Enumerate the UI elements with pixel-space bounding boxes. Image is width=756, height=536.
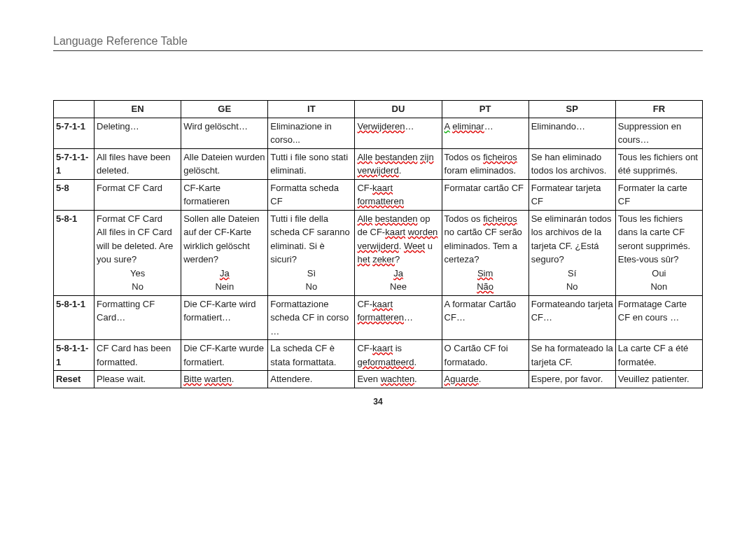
cell-en: Format CF CardAll files in CF Card will …	[94, 210, 181, 295]
cell-sp: Se ha formateado la tarjeta CF.	[528, 340, 615, 371]
col-header-en: EN	[94, 101, 181, 118]
cell-ge: Die CF-Karte wurde formatiert.	[181, 340, 268, 371]
cell-sp: Espere, por favor.	[528, 371, 615, 388]
cell-fr: Veuillez patienter.	[615, 371, 702, 388]
cell-ge: Wird gelöscht…	[181, 118, 268, 148]
language-reference-table: EN GE IT DU PT SP FR 5-7-1-1Deleting…Wir…	[53, 100, 703, 388]
cell-du: CF-kaart formatteren	[355, 179, 442, 210]
table-row: ResetPlease wait.Bitte warten.Attendere.…	[54, 371, 703, 388]
col-header-id	[54, 101, 94, 118]
cell-du: CF-kaart is geformatteerd.	[355, 340, 442, 371]
row-id-cell: 5-8	[54, 179, 94, 210]
table-row: 5-7-1-1-1All files have been deleted.All…	[54, 148, 703, 179]
cell-pt: Aguarde.	[442, 371, 528, 388]
cell-pt: A formatar Cartão CF…	[442, 295, 528, 340]
col-header-du: DU	[355, 101, 442, 118]
col-header-sp: SP	[528, 101, 615, 118]
table-row: 5-7-1-1Deleting…Wird gelöscht…Eliminazio…	[54, 118, 703, 148]
cell-fr: Suppression en cours…	[615, 118, 702, 148]
cell-it: Tutti i file della scheda CF saranno eli…	[268, 210, 355, 295]
cell-it: Tutti i file sono stati eliminati.	[268, 148, 355, 179]
cell-du: Alle bestanden zijn verwijderd.	[355, 148, 442, 179]
cell-en: Deleting…	[94, 118, 181, 148]
page-number-value: 34	[373, 397, 382, 407]
row-id-cell: 5-7-1-1	[54, 118, 94, 148]
cell-fr: La carte CF a été formatée.	[615, 340, 702, 371]
col-header-ge: GE	[181, 101, 268, 118]
col-header-it: IT	[268, 101, 355, 118]
row-id-cell: 5-8-1	[54, 210, 94, 295]
table-row: 5-8-1-1Formatting CF Card…Die CF-Karte w…	[54, 295, 703, 340]
cell-pt: Todos os ficheiros foram eliminados.	[442, 148, 528, 179]
cell-du: CF-kaart formatteren…	[355, 295, 442, 340]
table-row: 5-8Format CF CardCF-Karte formatierenFor…	[54, 179, 703, 210]
cell-pt: A eliminar…	[442, 118, 528, 148]
cell-it: La scheda CF è stata formattata.	[268, 340, 355, 371]
cell-fr: Tous les fichiers ont été supprimés.	[615, 148, 702, 179]
table-header-row: EN GE IT DU PT SP FR	[54, 101, 703, 118]
cell-sp: Se eliminarán todos los archivos de la t…	[528, 210, 615, 295]
col-header-pt: PT	[442, 101, 528, 118]
table-row: 5-8-1Format CF CardAll files in CF Card …	[54, 210, 703, 295]
cell-du: Alle bestanden op de CF-kaart worden ver…	[355, 210, 442, 295]
cell-it: Eliminazione in corso...	[268, 118, 355, 148]
cell-en: CF Card has been formatted.	[94, 340, 181, 371]
page-number: 34	[53, 397, 703, 407]
row-id-cell: 5-8-1-1-1	[54, 340, 94, 371]
cell-en: Formatting CF Card…	[94, 295, 181, 340]
page-title: Language Reference Table	[53, 35, 703, 51]
cell-sp: Formatear tarjeta CF	[528, 179, 615, 210]
cell-pt: Todos os ficheiros no cartão CF serão el…	[442, 210, 528, 295]
cell-en: Please wait.	[94, 371, 181, 388]
table-row: 5-8-1-1-1CF Card has been formatted.Die …	[54, 340, 703, 371]
cell-pt: Formatar cartão CF	[442, 179, 528, 210]
cell-fr: Tous les fichiers dans la carte CF seron…	[615, 210, 702, 295]
cell-sp: Eliminando…	[528, 118, 615, 148]
row-id-cell: 5-7-1-1-1	[54, 148, 94, 179]
cell-ge: Bitte warten.	[181, 371, 268, 388]
cell-ge: Sollen alle Dateien auf der CF-Karte wir…	[181, 210, 268, 295]
cell-ge: Alle Dateien wurden gelöscht.	[181, 148, 268, 179]
row-id-cell: 5-8-1-1	[54, 295, 94, 340]
cell-du: Even wachten.	[355, 371, 442, 388]
cell-fr: Formatage Carte CF en cours …	[615, 295, 702, 340]
cell-en: All files have been deleted.	[94, 148, 181, 179]
cell-sp: Se han eliminado todos los archivos.	[528, 148, 615, 179]
cell-it: Formatta scheda CF	[268, 179, 355, 210]
cell-ge: Die CF-Karte wird formatiert…	[181, 295, 268, 340]
cell-it: Formattazione scheda CF in corso …	[268, 295, 355, 340]
cell-sp: Formateando tarjeta CF…	[528, 295, 615, 340]
cell-du: Verwijderen…	[355, 118, 442, 148]
cell-fr: Formater la carte CF	[615, 179, 702, 210]
cell-ge: CF-Karte formatieren	[181, 179, 268, 210]
cell-en: Format CF Card	[94, 179, 181, 210]
col-header-fr: FR	[615, 101, 702, 118]
cell-it: Attendere.	[268, 371, 355, 388]
cell-pt: O Cartão CF foi formatado.	[442, 340, 528, 371]
row-id-cell: Reset	[54, 371, 94, 388]
